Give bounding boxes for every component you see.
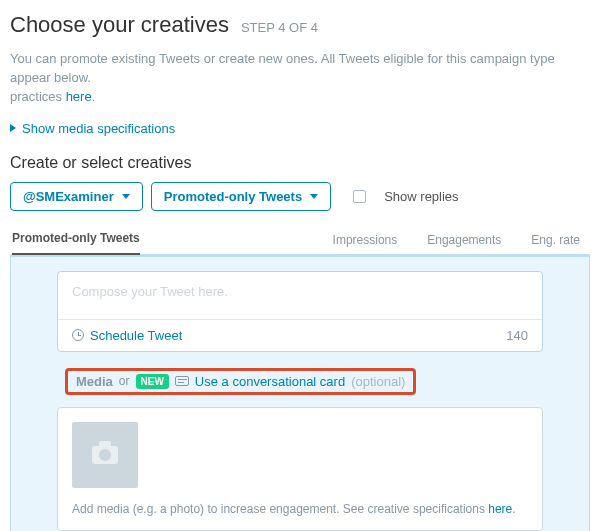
creative-specs-link[interactable]: here: [488, 502, 512, 516]
page-title: Choose your creatives: [10, 12, 229, 38]
chevron-down-icon: [122, 194, 130, 199]
show-media-specs-label: Show media specifications: [22, 121, 175, 136]
best-practices-link[interactable]: here: [66, 89, 92, 104]
card-icon: [175, 376, 189, 386]
intro-dot: .: [92, 89, 96, 104]
show-media-specs-toggle[interactable]: Show media specifications: [10, 121, 590, 136]
camera-icon: [92, 446, 118, 464]
media-hint-text: Add media (e.g. a photo) to increase eng…: [72, 502, 488, 516]
col-impressions: Impressions: [333, 233, 398, 255]
tweet-filter-label: Promoted-only Tweets: [164, 189, 302, 204]
creatives-panel: Compose your Tweet here. Schedule Tweet …: [10, 254, 590, 531]
or-label: or: [119, 374, 130, 388]
clock-icon: [72, 329, 84, 341]
media-label: Media: [76, 374, 113, 389]
add-media-thumbnail[interactable]: [72, 422, 138, 488]
media-hint: Add media (e.g. a photo) to increase eng…: [72, 502, 528, 516]
intro-text: You can promote existing Tweets or creat…: [10, 50, 590, 107]
schedule-tweet-button[interactable]: Schedule Tweet: [72, 328, 182, 343]
new-badge: NEW: [136, 374, 169, 389]
compose-card: Compose your Tweet here. Schedule Tweet …: [57, 271, 543, 352]
section-title: Create or select creatives: [10, 154, 590, 172]
show-replies-label: Show replies: [384, 189, 458, 204]
char-count: 140: [506, 328, 528, 343]
media-picker-card: Add media (e.g. a photo) to increase eng…: [57, 407, 543, 531]
media-hint-dot: .: [512, 502, 515, 516]
optional-label: (optional): [351, 374, 405, 389]
tweet-filter-dropdown[interactable]: Promoted-only Tweets: [151, 182, 331, 211]
intro-line-2-prefix: practices: [10, 89, 66, 104]
account-dropdown-label: @SMExaminer: [23, 189, 114, 204]
step-indicator: STEP 4 OF 4: [241, 20, 318, 35]
show-replies-checkbox[interactable]: [353, 190, 366, 203]
chevron-down-icon: [310, 194, 318, 199]
compose-input[interactable]: Compose your Tweet here.: [58, 272, 542, 319]
account-dropdown[interactable]: @SMExaminer: [10, 182, 143, 211]
tab-promoted-only[interactable]: Promoted-only Tweets: [12, 231, 140, 255]
schedule-tweet-label: Schedule Tweet: [90, 328, 182, 343]
intro-line-1: You can promote existing Tweets or creat…: [10, 51, 555, 85]
chevron-right-icon: [10, 124, 16, 132]
col-eng-rate: Eng. rate: [531, 233, 580, 255]
col-engagements: Engagements: [427, 233, 501, 255]
conversational-card-callout: Media or NEW Use a conversational card (…: [65, 368, 416, 395]
use-conversational-card-link[interactable]: Use a conversational card: [195, 374, 345, 389]
